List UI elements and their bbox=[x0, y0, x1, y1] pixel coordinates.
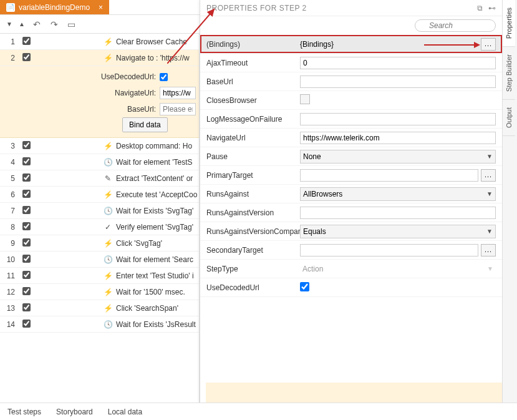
prop-logmessage: LogMessageOnFailure bbox=[200, 110, 502, 129]
runsvc-dropdown[interactable]: Equals▼ bbox=[300, 225, 496, 238]
navurl-input[interactable] bbox=[300, 132, 496, 144]
step-row[interactable]: 13⚡Click 'SearchSpan' bbox=[0, 300, 199, 316]
step-checkbox[interactable] bbox=[19, 303, 34, 313]
side-tab-output[interactable]: Output bbox=[503, 100, 515, 136]
panel-header: PROPERTIES FOR STEP 2 ⧉ ⊷ bbox=[200, 0, 502, 16]
file-icon: 📄 bbox=[6, 3, 15, 12]
step-row[interactable]: 7🕓Wait for Exists 'SvgTag' bbox=[0, 203, 199, 219]
step-label: Verify element 'SvgTag' bbox=[114, 223, 199, 232]
collapse-up-icon[interactable]: ▲ bbox=[19, 21, 25, 27]
step-row[interactable]: 1⚡Clear Browser Cache bbox=[0, 34, 199, 50]
step-checkbox[interactable] bbox=[19, 255, 34, 265]
step-row[interactable]: 6⚡Execute test 'AcceptCoo bbox=[0, 187, 199, 203]
redo-icon[interactable]: ↷ bbox=[49, 19, 60, 30]
step-checkbox[interactable] bbox=[19, 37, 34, 47]
pause-dropdown[interactable]: None▼ bbox=[300, 150, 496, 164]
bind-data-button[interactable]: Bind data bbox=[122, 117, 168, 132]
bindings-ellipsis-button[interactable]: ... bbox=[481, 38, 496, 51]
panel-title: PROPERTIES FOR STEP 2 bbox=[206, 4, 307, 12]
usedec-checkbox[interactable] bbox=[300, 282, 309, 291]
step-label: Navigate to : 'https://w bbox=[114, 54, 199, 62]
undo-icon[interactable]: ↶ bbox=[31, 19, 42, 30]
step-checkbox[interactable] bbox=[19, 157, 34, 167]
collapse-down-icon[interactable]: ▼ bbox=[6, 21, 12, 27]
baseurl-input[interactable] bbox=[160, 103, 196, 115]
step-number: 1 bbox=[0, 37, 19, 46]
steps-panel: 1⚡Clear Browser Cache2⚡Navigate to : 'ht… bbox=[0, 34, 200, 403]
runs-dropdown[interactable]: AllBrowsers▼ bbox=[300, 187, 496, 201]
side-tab-step-builder[interactable]: Step Builder bbox=[503, 47, 515, 100]
clock-icon: 🕓 bbox=[102, 207, 114, 215]
step-row[interactable]: 4🕓Wait for element 'TestS bbox=[0, 154, 199, 170]
ptarget-ellipsis-button[interactable]: ... bbox=[481, 169, 496, 182]
step-row[interactable]: 14🕓Wait for Exists 'JsResult bbox=[0, 316, 199, 333]
step-expanded: UseDecodedUrl:NavigateUrl:BaseUrl:Bind d… bbox=[0, 66, 199, 138]
step-row[interactable]: 5✎Extract 'TextContent' or bbox=[0, 170, 199, 187]
baseurl-label: BaseUrl: bbox=[0, 105, 160, 114]
step-checkbox[interactable] bbox=[19, 141, 34, 151]
annotation-arrow-2-head bbox=[474, 42, 480, 48]
step-checkbox[interactable] bbox=[19, 53, 34, 63]
step-label: Enter text 'Test Studio' i bbox=[114, 271, 199, 280]
prop-usedecodedurl: UseDecodedUrl bbox=[200, 278, 502, 297]
prop-runsagainstversion: RunsAgainstVersion bbox=[200, 203, 502, 222]
step-row[interactable]: 11⚡Enter text 'Test Studio' i bbox=[0, 268, 199, 284]
step-number: 4 bbox=[0, 158, 19, 167]
step-checkbox[interactable] bbox=[19, 190, 34, 200]
starget-ellipsis-button[interactable]: ... bbox=[481, 244, 496, 256]
close-icon[interactable]: × bbox=[99, 3, 103, 12]
prop-pause: Pause None▼ bbox=[200, 147, 502, 166]
step-row[interactable]: 2⚡Navigate to : 'https://w bbox=[0, 50, 199, 66]
runsv-input[interactable] bbox=[300, 207, 496, 219]
prop-runsagainstversioncompare: RunsAgainstVersionCompare Equals▼ bbox=[200, 222, 502, 241]
step-number: 3 bbox=[0, 142, 19, 150]
step-checkbox[interactable] bbox=[19, 206, 34, 216]
step-row[interactable]: 9⚡Click 'SvgTag' bbox=[0, 235, 199, 252]
pin-icon[interactable]: ⊷ bbox=[488, 4, 496, 12]
step-row[interactable]: 8✓Verify element 'SvgTag' bbox=[0, 219, 199, 235]
step-row[interactable]: 12⚡Wait for '1500' msec. bbox=[0, 284, 199, 300]
check-icon: ✓ bbox=[102, 223, 114, 232]
bolt-icon: ⚡ bbox=[102, 304, 114, 313]
step-checkbox[interactable] bbox=[19, 271, 34, 281]
tab-test-steps[interactable]: Test steps bbox=[0, 404, 49, 420]
step-number: 8 bbox=[0, 223, 19, 232]
search-input[interactable] bbox=[415, 19, 496, 32]
properties-panel: PROPERTIES FOR STEP 2 ⧉ ⊷ (Bindings) {Bi… bbox=[200, 0, 502, 420]
usedecoded-checkbox[interactable] bbox=[160, 73, 168, 81]
baseurl-input[interactable] bbox=[300, 76, 496, 88]
starget-input[interactable] bbox=[300, 244, 478, 256]
ptarget-input[interactable] bbox=[300, 169, 478, 182]
step-label: Execute test 'AcceptCoo bbox=[114, 190, 199, 199]
clock-icon: 🕓 bbox=[102, 255, 114, 264]
prop-baseurl: BaseUrl bbox=[200, 72, 502, 91]
clock-icon: 🕓 bbox=[102, 158, 114, 167]
step-row[interactable]: 3⚡Desktop command: Ho bbox=[0, 138, 199, 154]
step-checkbox[interactable] bbox=[19, 320, 34, 330]
step-checkbox[interactable] bbox=[19, 222, 34, 232]
tab-storyboard[interactable]: Storyboard bbox=[49, 404, 100, 420]
prop-secondarytarget: SecondaryTarget ... bbox=[200, 241, 502, 260]
step-number: 9 bbox=[0, 239, 19, 248]
capture-icon[interactable]: ▭ bbox=[66, 19, 77, 30]
navigateurl-label: NavigateUrl: bbox=[0, 89, 160, 97]
step-number: 6 bbox=[0, 190, 19, 199]
step-checkbox[interactable] bbox=[19, 238, 34, 248]
steptype-dropdown: Action▼ bbox=[300, 262, 496, 276]
step-label: Wait for Exists 'SvgTag' bbox=[114, 207, 199, 215]
step-checkbox[interactable] bbox=[19, 173, 34, 183]
popout-icon[interactable]: ⧉ bbox=[477, 4, 483, 12]
step-checkbox[interactable] bbox=[19, 287, 34, 297]
tab-local-data[interactable]: Local data bbox=[100, 404, 150, 420]
step-number: 10 bbox=[0, 255, 19, 264]
document-tab[interactable]: 📄 variableBindingDemo × bbox=[0, 0, 109, 14]
ajax-input[interactable] bbox=[300, 57, 496, 69]
logmsg-input[interactable] bbox=[300, 113, 496, 125]
side-tabs: Properties Step Builder Output bbox=[502, 0, 517, 420]
side-tab-properties[interactable]: Properties bbox=[503, 0, 515, 47]
step-number: 5 bbox=[0, 174, 19, 183]
step-row[interactable]: 10🕓Wait for element 'Searc bbox=[0, 252, 199, 268]
clock-icon: 🕓 bbox=[102, 320, 114, 329]
navigateurl-input[interactable] bbox=[160, 87, 196, 99]
closes-checkbox[interactable] bbox=[300, 94, 310, 104]
